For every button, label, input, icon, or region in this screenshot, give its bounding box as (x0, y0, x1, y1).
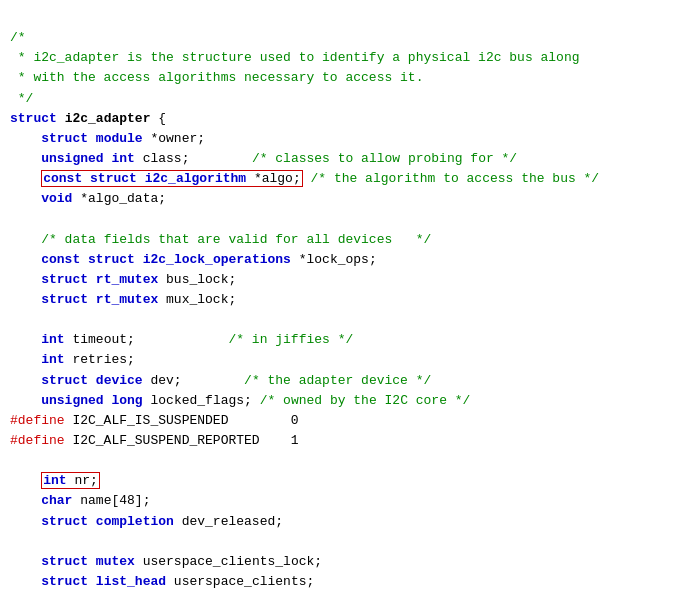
code-display: /* * i2c_adapter is the structure used t… (10, 8, 682, 592)
highlighted-algo-line: const struct i2c_algorithm *algo; (41, 170, 302, 187)
highlighted-nr-line: int nr; (41, 472, 100, 489)
comment-block: /* * i2c_adapter is the structure used t… (10, 30, 580, 105)
